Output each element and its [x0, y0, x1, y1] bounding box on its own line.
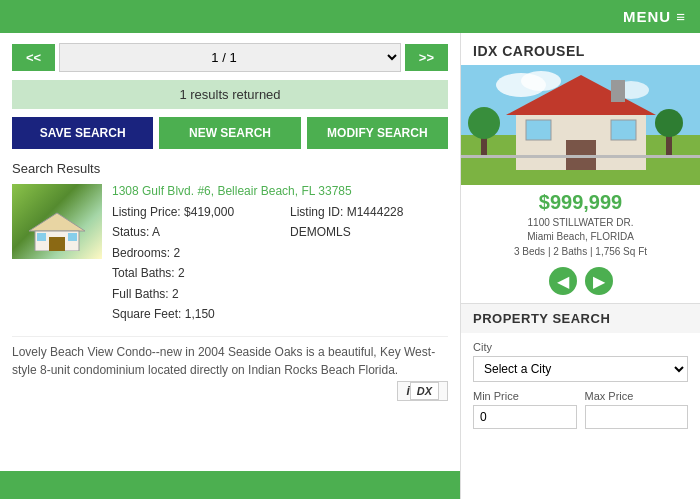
- max-price-col: Max Price: [585, 390, 689, 429]
- results-bar: 1 results returned: [12, 80, 448, 109]
- carousel-next-button[interactable]: ▶: [585, 267, 613, 295]
- status-label: Status:: [112, 225, 149, 239]
- svg-rect-2: [49, 237, 65, 251]
- listing-mls-row: DEMOMLS: [290, 222, 448, 242]
- listing-thumbnail: [12, 184, 102, 259]
- mls-value: DEMOMLS: [290, 225, 351, 239]
- page-select[interactable]: 1 / 1: [59, 43, 401, 72]
- house-icon: [27, 211, 87, 251]
- svg-rect-14: [526, 120, 551, 140]
- carousel-image: [461, 65, 700, 185]
- new-search-button[interactable]: NEW SEARCH: [159, 117, 300, 149]
- carousel-address: 1100 STILLWATER DR. Miami Beach, FLORIDA: [461, 216, 700, 244]
- listing-id-row: Listing ID: M1444228: [290, 202, 448, 222]
- listing-price-row: Listing Price: $419,000: [112, 202, 270, 222]
- right-panel: IDX CAROUSEL: [460, 33, 700, 499]
- svg-rect-15: [611, 120, 636, 140]
- total-baths-label: Total Baths:: [112, 266, 175, 280]
- listing-image: [12, 184, 102, 259]
- max-price-input[interactable]: [585, 405, 689, 429]
- min-price-input[interactable]: [473, 405, 577, 429]
- carousel-prev-button[interactable]: ◀: [549, 267, 577, 295]
- carousel-price: $999,999: [461, 185, 700, 216]
- save-search-button[interactable]: SAVE SEARCH: [12, 117, 153, 149]
- listing-sqft-row: Square Feet: 1,150: [112, 304, 270, 324]
- left-panel: << 1 / 1 >> 1 results returned SAVE SEAR…: [0, 33, 460, 499]
- carousel-house-svg: [461, 65, 700, 185]
- min-price-col: Min Price: [473, 390, 577, 429]
- listing-col-left: Listing Price: $419,000 Status: A Bedroo…: [112, 202, 270, 324]
- price-label: Listing Price:: [112, 205, 181, 219]
- listing-info-row: Listing Price: $419,000 Status: A Bedroo…: [112, 202, 448, 324]
- listing-description: Lovely Beach View Condo--new in 2004 Sea…: [12, 336, 448, 379]
- idx-logo: iDX: [397, 381, 448, 401]
- listing-details: 1308 Gulf Blvd. #6, Belleair Beach, FL 3…: [112, 184, 448, 326]
- sqft-label: Square Feet:: [112, 307, 181, 321]
- svg-rect-3: [37, 233, 46, 241]
- listing-card: 1308 Gulf Blvd. #6, Belleair Beach, FL 3…: [12, 184, 448, 326]
- header: MENU ≡: [0, 0, 700, 33]
- svg-marker-0: [29, 213, 85, 231]
- carousel-header: IDX CAROUSEL: [461, 33, 700, 65]
- listing-col-right: Listing ID: M1444228 DEMOMLS: [290, 202, 448, 324]
- full-baths-label: Full Baths:: [112, 287, 169, 301]
- carousel-address-line1: 1100 STILLWATER DR.: [461, 216, 700, 230]
- listing-id-label: Listing ID:: [290, 205, 343, 219]
- search-results-label: Search Results: [12, 161, 448, 176]
- svg-rect-4: [68, 233, 77, 241]
- full-baths-value: 2: [172, 287, 179, 301]
- svg-rect-20: [461, 155, 700, 158]
- action-buttons: SAVE SEARCH NEW SEARCH MODIFY SEARCH: [12, 117, 448, 149]
- listing-full-baths-row: Full Baths: 2: [112, 284, 270, 304]
- next-page-button[interactable]: >>: [405, 44, 448, 71]
- carousel-address-line2: Miami Beach, FLORIDA: [461, 230, 700, 244]
- prev-page-button[interactable]: <<: [12, 44, 55, 71]
- svg-point-19: [655, 109, 683, 137]
- price-row: Min Price Max Price: [473, 390, 688, 429]
- svg-rect-12: [611, 80, 625, 102]
- bedrooms-label: Bedrooms:: [112, 246, 170, 260]
- listing-id-value: M1444228: [347, 205, 404, 219]
- city-label: City: [473, 341, 688, 353]
- bedrooms-value: 2: [173, 246, 180, 260]
- listing-address[interactable]: 1308 Gulf Blvd. #6, Belleair Beach, FL 3…: [112, 184, 448, 198]
- sqft-value: 1,150: [185, 307, 215, 321]
- results-count: 1 results returned: [179, 87, 280, 102]
- svg-point-7: [521, 71, 561, 91]
- pagination: << 1 / 1 >>: [12, 43, 448, 72]
- svg-point-17: [468, 107, 500, 139]
- idx-logo-area: iDX: [12, 383, 448, 398]
- price-value: $419,000: [184, 205, 234, 219]
- carousel-nav: ◀ ▶: [461, 263, 700, 303]
- city-select[interactable]: Select a City: [473, 356, 688, 382]
- listing-bedrooms-row: Bedrooms: 2: [112, 243, 270, 263]
- status-value: A: [152, 225, 160, 239]
- max-price-label: Max Price: [585, 390, 689, 402]
- listing-total-baths-row: Total Baths: 2: [112, 263, 270, 283]
- modify-search-button[interactable]: MODIFY SEARCH: [307, 117, 448, 149]
- property-search-body: City Select a City Min Price Max Price: [461, 333, 700, 437]
- min-price-label: Min Price: [473, 390, 577, 402]
- listing-status-row: Status: A: [112, 222, 270, 242]
- menu-label[interactable]: MENU ≡: [623, 8, 686, 25]
- property-search-header: PROPERTY SEARCH: [461, 303, 700, 333]
- carousel-specs: 3 Beds | 2 Baths | 1,756 Sq Ft: [461, 244, 700, 263]
- bottom-bar: [0, 471, 460, 499]
- total-baths-value: 2: [178, 266, 185, 280]
